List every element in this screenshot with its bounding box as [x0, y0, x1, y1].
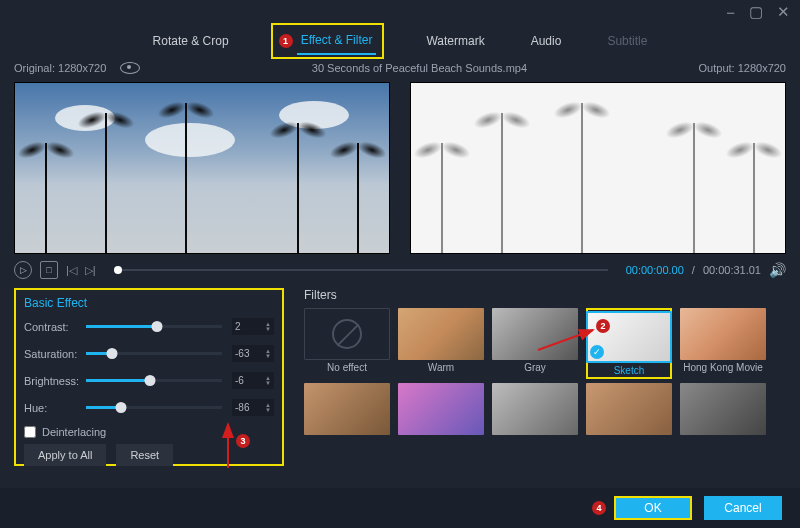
brightness-spinner[interactable]: ▲▼	[265, 376, 271, 386]
saturation-spinner[interactable]: ▲▼	[265, 349, 271, 359]
footer-bar: 4 OK Cancel	[0, 488, 800, 528]
filter-item[interactable]	[492, 383, 578, 435]
tab-watermark[interactable]: Watermark	[422, 28, 488, 54]
filters-header: Filters	[304, 288, 786, 302]
basic-effect-panel: Basic Effect Contrast: 2▲▼ Saturation: -…	[14, 288, 284, 466]
hue-value: -86	[235, 402, 249, 413]
stop-button[interactable]: □	[40, 261, 58, 279]
filename-label: 30 Seconds of Peaceful Beach Sounds.mp4	[140, 62, 698, 74]
tab-rotate-crop[interactable]: Rotate & Crop	[149, 28, 233, 54]
scrub-handle[interactable]	[114, 266, 122, 274]
filter-item[interactable]	[304, 383, 390, 435]
no-effect-icon	[332, 319, 362, 349]
callout-4: 4	[592, 501, 606, 515]
contrast-label: Contrast:	[24, 321, 86, 333]
playback-controls: ▷ □ |◁ ▷| 00:00:00.00 / 00:00:31.01 🔊	[0, 258, 800, 282]
preview-eye-icon[interactable]	[120, 62, 140, 74]
filter-item[interactable]	[586, 383, 672, 435]
title-bar: − ▢ ✕	[0, 0, 800, 24]
filter-label: Sketch	[614, 365, 645, 376]
brightness-value: -6	[235, 375, 244, 386]
ok-button[interactable]: OK	[614, 496, 692, 520]
tab-bar: Rotate & Crop 1 Effect & Filter Watermar…	[0, 24, 800, 58]
play-button[interactable]: ▷	[14, 261, 32, 279]
apply-to-all-button[interactable]: Apply to All	[24, 444, 106, 466]
total-time: 00:00:31.01	[703, 264, 761, 276]
tab-subtitle[interactable]: Subtitle	[603, 28, 651, 54]
close-button[interactable]: ✕	[777, 3, 790, 21]
saturation-slider[interactable]	[86, 352, 222, 355]
filter-no-effect[interactable]: No effect	[304, 308, 390, 379]
reset-button[interactable]: Reset	[116, 444, 173, 466]
filter-sketch[interactable]: ✓ Sketch	[586, 308, 672, 379]
check-icon: ✓	[590, 345, 604, 359]
deinterlacing-label: Deinterlacing	[42, 426, 106, 438]
highlight-tab-effect: 1 Effect & Filter	[271, 23, 385, 59]
filter-warm[interactable]: Warm	[398, 308, 484, 379]
filter-label: Warm	[428, 362, 454, 373]
next-frame-button[interactable]: ▷|	[85, 264, 96, 277]
contrast-spinner[interactable]: ▲▼	[265, 322, 271, 332]
cancel-button[interactable]: Cancel	[704, 496, 782, 520]
time-separator: /	[692, 264, 695, 276]
output-resolution-label: Output: 1280x720	[699, 62, 786, 74]
maximize-button[interactable]: ▢	[749, 3, 763, 21]
contrast-slider[interactable]	[86, 325, 222, 328]
hue-slider[interactable]	[86, 406, 222, 409]
basic-effect-header: Basic Effect	[24, 296, 274, 310]
minimize-button[interactable]: −	[726, 4, 735, 21]
brightness-label: Brightness:	[24, 375, 86, 387]
filter-hong-kong[interactable]: Hong Kong Movie	[680, 308, 766, 379]
info-bar: Original: 1280x720 30 Seconds of Peacefu…	[0, 58, 800, 78]
hue-spinner[interactable]: ▲▼	[265, 403, 271, 413]
tab-audio[interactable]: Audio	[527, 28, 566, 54]
filter-label: Gray	[524, 362, 546, 373]
scrub-bar[interactable]	[114, 269, 608, 271]
filter-label: No effect	[327, 362, 367, 373]
preview-area	[0, 78, 800, 258]
filter-gray[interactable]: Gray	[492, 308, 578, 379]
brightness-slider[interactable]	[86, 379, 222, 382]
original-resolution-label: Original: 1280x720	[14, 62, 106, 74]
filters-panel: Filters No effect Warm Gray ✓ Sketch	[304, 288, 786, 466]
deinterlacing-checkbox[interactable]	[24, 426, 36, 438]
volume-icon[interactable]: 🔊	[769, 262, 786, 278]
tab-effect-filter[interactable]: Effect & Filter	[297, 27, 377, 55]
original-preview	[14, 82, 390, 254]
saturation-label: Saturation:	[24, 348, 86, 360]
filter-label: Hong Kong Movie	[683, 362, 763, 373]
filter-item[interactable]	[398, 383, 484, 435]
callout-1: 1	[279, 34, 293, 48]
saturation-value: -63	[235, 348, 249, 359]
prev-frame-button[interactable]: |◁	[66, 264, 77, 277]
contrast-value: 2	[235, 321, 241, 332]
output-preview	[410, 82, 786, 254]
current-time: 00:00:00.00	[626, 264, 684, 276]
hue-label: Hue:	[24, 402, 86, 414]
filter-item[interactable]	[680, 383, 766, 435]
